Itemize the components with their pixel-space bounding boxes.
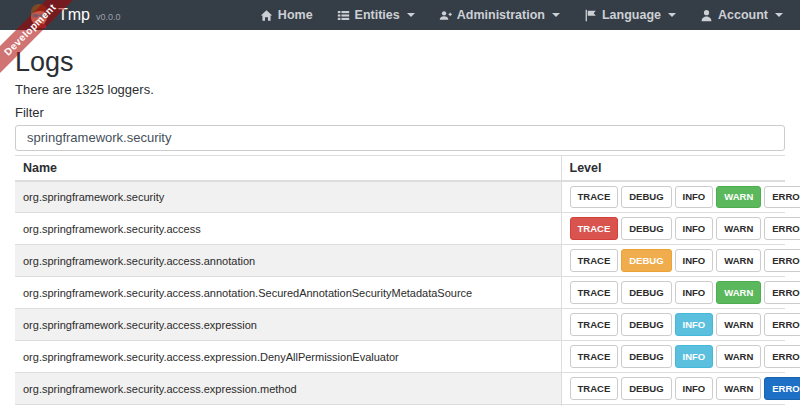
chevron-down-icon [407, 13, 415, 17]
level-trace-button[interactable]: TRACE [570, 249, 619, 272]
level-button-group: TRACEDEBUGINFOWARNERROR [561, 181, 785, 213]
level-debug-button[interactable]: DEBUG [621, 186, 671, 209]
table-row: org.springframework.security.access.expr… [15, 341, 785, 373]
hipster-avatar-icon [26, 2, 52, 28]
nav-item-language[interactable]: Language [584, 8, 676, 22]
nav-menu: Home Entities Administration Language [260, 8, 783, 22]
table-row: org.springframework.security.access.anno… [15, 277, 785, 309]
level-error-button[interactable]: ERROR [764, 249, 800, 272]
logger-name: org.springframework.security.access.expr… [15, 341, 561, 373]
table-row: org.springframework.security.access.anno… [15, 245, 785, 277]
main-content: Logs There are 1325 loggers. Filter Name… [0, 47, 800, 406]
table-row: org.springframework.security.accessTRACE… [15, 213, 785, 245]
level-trace-button[interactable]: TRACE [570, 345, 619, 368]
nav-item-administration[interactable]: Administration [439, 8, 560, 22]
level-error-button[interactable]: ERROR [764, 313, 800, 336]
nav-item-label: Entities [355, 8, 400, 22]
nav-item-label: Account [718, 8, 768, 22]
brand-version: v0.0.0 [96, 12, 121, 22]
level-info-button[interactable]: INFO [675, 281, 714, 304]
level-error-button[interactable]: ERROR [764, 217, 800, 240]
level-trace-button[interactable]: TRACE [570, 313, 619, 336]
level-button-group: TRACEDEBUGINFOWARNERROR [561, 213, 785, 245]
logger-name: org.springframework.security.access.expr… [15, 309, 561, 341]
logs-table: Name Level org.springframework.securityT… [15, 155, 785, 406]
level-debug-button[interactable]: DEBUG [621, 377, 671, 400]
list-icon [337, 9, 350, 22]
logger-count-text: There are 1325 loggers. [15, 82, 785, 98]
table-header-row: Name Level [15, 155, 785, 181]
level-error-button[interactable]: ERROR [764, 281, 800, 304]
brand-name: Tmp [58, 6, 90, 24]
level-debug-button[interactable]: DEBUG [621, 249, 671, 272]
page-title: Logs [15, 47, 785, 78]
level-debug-button[interactable]: DEBUG [621, 313, 671, 336]
level-button-group: TRACEDEBUGINFOWARNERROR [561, 277, 785, 309]
level-warn-button[interactable]: WARN [716, 345, 761, 368]
nav-item-label: Administration [457, 8, 545, 22]
level-info-button[interactable]: INFO [675, 186, 714, 209]
home-icon [260, 9, 273, 22]
user-plus-icon [439, 9, 452, 22]
column-header-level: Level [561, 155, 785, 181]
nav-item-label: Language [602, 8, 661, 22]
table-row: org.springframework.security.access.expr… [15, 309, 785, 341]
column-header-name: Name [15, 155, 561, 181]
level-warn-button[interactable]: WARN [716, 377, 761, 400]
level-error-button[interactable]: ERROR [764, 345, 800, 368]
chevron-down-icon [552, 13, 560, 17]
level-button-group: TRACEDEBUGINFOWARNERROR [561, 245, 785, 277]
logger-name: org.springframework.security.access.anno… [15, 245, 561, 277]
logger-name: org.springframework.security [15, 181, 561, 213]
level-trace-button[interactable]: TRACE [570, 281, 619, 304]
level-warn-button[interactable]: WARN [716, 313, 761, 336]
brand-logo[interactable]: Tmp v0.0.0 [26, 2, 121, 28]
user-icon [700, 9, 713, 22]
level-trace-button[interactable]: TRACE [570, 217, 619, 240]
flag-icon [584, 9, 597, 22]
navbar: Tmp v0.0.0 Home Entities Administration [0, 0, 800, 30]
level-debug-button[interactable]: DEBUG [621, 217, 671, 240]
nav-item-entities[interactable]: Entities [337, 8, 415, 22]
chevron-down-icon [775, 13, 783, 17]
nav-item-label: Home [278, 8, 313, 22]
level-info-button[interactable]: INFO [675, 313, 714, 336]
level-button-group: TRACEDEBUGINFOWARNERROR [561, 309, 785, 341]
logger-name: org.springframework.security.access [15, 213, 561, 245]
level-warn-button[interactable]: WARN [716, 186, 761, 209]
level-debug-button[interactable]: DEBUG [621, 281, 671, 304]
logger-name: org.springframework.security.access.expr… [15, 373, 561, 405]
level-info-button[interactable]: INFO [675, 377, 714, 400]
table-row: org.springframework.securityTRACEDEBUGIN… [15, 181, 785, 213]
logger-name: org.springframework.security.access.anno… [15, 277, 561, 309]
level-debug-button[interactable]: DEBUG [621, 345, 671, 368]
chevron-down-icon [668, 13, 676, 17]
level-warn-button[interactable]: WARN [716, 249, 761, 272]
level-warn-button[interactable]: WARN [716, 217, 761, 240]
level-info-button[interactable]: INFO [675, 345, 714, 368]
nav-item-home[interactable]: Home [260, 8, 313, 22]
nav-item-account[interactable]: Account [700, 8, 783, 22]
level-button-group: TRACEDEBUGINFOWARNERROR [561, 341, 785, 373]
level-error-button[interactable]: ERROR [764, 377, 800, 400]
level-trace-button[interactable]: TRACE [570, 377, 619, 400]
level-error-button[interactable]: ERROR [764, 186, 800, 209]
table-row: org.springframework.security.access.expr… [15, 373, 785, 405]
level-button-group: TRACEDEBUGINFOWARNERROR [561, 373, 785, 405]
level-trace-button[interactable]: TRACE [570, 186, 619, 209]
filter-input[interactable] [15, 125, 785, 151]
level-info-button[interactable]: INFO [675, 249, 714, 272]
level-warn-button[interactable]: WARN [716, 281, 761, 304]
level-info-button[interactable]: INFO [675, 217, 714, 240]
filter-label: Filter [15, 106, 785, 121]
